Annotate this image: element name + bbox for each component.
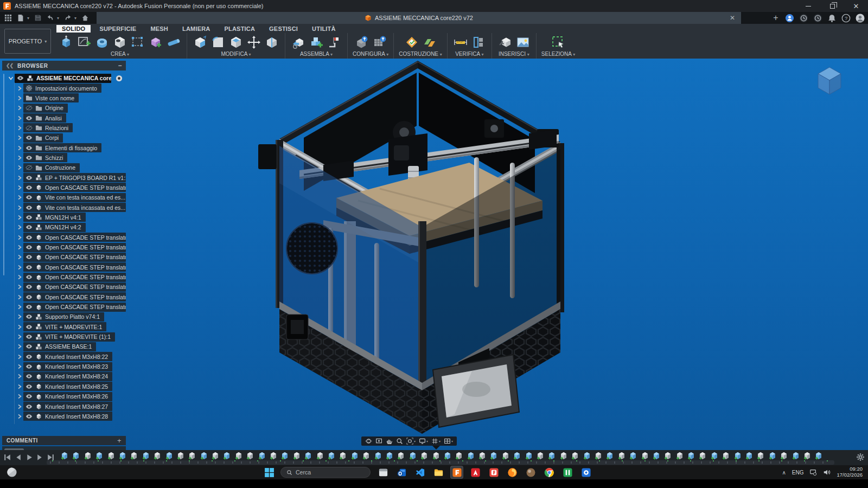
file-menu-icon[interactable]: [17, 14, 24, 22]
group-label[interactable]: CREA ▾: [111, 51, 129, 57]
tool-button[interactable]: [290, 34, 307, 50]
timeline-body-icon[interactable]: [432, 451, 440, 460]
taskbar-app[interactable]: [432, 466, 445, 479]
tree-item[interactable]: Open CASCADE STEP translatc...: [23, 292, 126, 301]
close-button[interactable]: ✕: [844, 0, 868, 12]
tree-item[interactable]: VITE + MADREVITE (1):1: [23, 332, 115, 342]
language-indicator[interactable]: ENG: [792, 470, 804, 476]
taskbar-app[interactable]: [469, 466, 482, 479]
expand-chevron-icon[interactable]: [17, 414, 22, 419]
tree-item[interactable]: MGN12H v4:1: [23, 213, 86, 222]
ribbon-tab[interactable]: SUPERFICIE: [94, 25, 142, 33]
visibility-eye-icon[interactable]: [25, 384, 33, 389]
expand-chevron-icon[interactable]: [17, 294, 22, 300]
taskbar-app[interactable]: [579, 466, 592, 479]
timeline-component-icon[interactable]: [687, 451, 695, 460]
tree-item[interactable]: Open CASCADE STEP translatc...: [23, 183, 126, 192]
timeline-component-icon[interactable]: [386, 451, 393, 460]
tool-button[interactable]: [422, 34, 438, 50]
minimize-panel-icon[interactable]: −: [118, 62, 122, 69]
group-label[interactable]: COSTRUZIONE ▾: [399, 51, 442, 57]
timeline-component-icon[interactable]: [513, 451, 521, 460]
timeline-component-icon[interactable]: [444, 451, 451, 460]
timeline-body-icon[interactable]: [641, 451, 649, 460]
help-icon[interactable]: ?: [841, 14, 851, 23]
undo-icon[interactable]: [47, 14, 54, 22]
taskbar-app[interactable]: [524, 466, 537, 479]
expand-chevron-icon[interactable]: [17, 175, 22, 181]
tree-item[interactable]: Vite con testa incassata ed es...: [23, 203, 126, 212]
expand-chevron-icon[interactable]: [17, 354, 22, 359]
expand-chevron-icon[interactable]: [17, 235, 22, 240]
expand-chevron-icon[interactable]: [17, 384, 22, 389]
tree-item[interactable]: Knurled Insert M3xH8:22: [23, 352, 112, 361]
taskbar-app[interactable]: [561, 466, 574, 479]
view-cube[interactable]: [813, 64, 846, 98]
visibility-eye-icon[interactable]: [25, 135, 33, 140]
expand-chevron-icon[interactable]: [17, 135, 22, 140]
expand-chevron-icon[interactable]: [17, 314, 22, 319]
restore-button[interactable]: [820, 0, 844, 12]
expand-chevron-icon[interactable]: [17, 155, 22, 160]
visibility-eye-icon[interactable]: [25, 284, 33, 290]
timeline-component-icon[interactable]: [328, 451, 335, 460]
timeline-component-icon[interactable]: [351, 451, 359, 460]
timeline-component-icon[interactable]: [258, 451, 266, 460]
tool-button[interactable]: [94, 34, 110, 50]
tool-button[interactable]: [130, 34, 146, 50]
timeline-component-icon[interactable]: [629, 451, 637, 460]
tool-button[interactable]: [470, 34, 487, 50]
timeline-body-icon[interactable]: [757, 451, 764, 460]
tree-item[interactable]: Schizzi: [23, 153, 67, 162]
timeline-body-icon[interactable]: [537, 451, 544, 460]
timeline-component-icon[interactable]: [200, 451, 208, 460]
timeline-body-icon[interactable]: [177, 451, 184, 460]
group-label[interactable]: SELEZIONA ▾: [541, 51, 575, 57]
visibility-eye-icon[interactable]: [25, 215, 33, 220]
minimize-button[interactable]: [796, 0, 820, 12]
clock[interactable]: 09:20 17/02/2026: [837, 466, 863, 478]
expand-chevron-icon[interactable]: [17, 374, 22, 379]
expand-chevron-icon[interactable]: [17, 265, 22, 270]
timeline-component-icon[interactable]: [304, 451, 312, 460]
tray-overflow-icon[interactable]: ∧: [782, 470, 786, 476]
group-label[interactable]: ASSEMBLA ▾: [300, 51, 333, 57]
ribbon-tab[interactable]: SOLIDO: [56, 25, 91, 33]
timeline-body-icon[interactable]: [84, 451, 92, 460]
step-back-icon[interactable]: [14, 453, 22, 461]
tree-item[interactable]: Knurled Insert M3xH8:25: [23, 382, 112, 391]
timeline-component-icon[interactable]: [525, 451, 533, 460]
timeline-body-icon[interactable]: [455, 451, 463, 460]
tool-button[interactable]: [515, 34, 531, 50]
expand-chevron-icon[interactable]: [17, 245, 22, 250]
tool-button[interactable]: [404, 34, 420, 50]
visibility-eye-icon[interactable]: [25, 265, 33, 270]
timeline-body-icon[interactable]: [571, 451, 579, 460]
tool-button[interactable]: [372, 34, 388, 50]
expand-chevron-icon[interactable]: [17, 394, 22, 399]
visibility-eye-icon[interactable]: [25, 414, 33, 419]
taskbar-app[interactable]: [506, 466, 519, 479]
timeline-component-icon[interactable]: [606, 451, 614, 460]
tree-item[interactable]: Impostazioni documento: [23, 84, 101, 93]
comments-bar[interactable]: COMMENTI +: [2, 436, 126, 445]
tree-item[interactable]: Supporto Piatto v74:1: [23, 312, 104, 322]
visibility-eye-icon[interactable]: [25, 254, 33, 260]
tool-button[interactable]: [550, 34, 566, 50]
visibility-eye-icon[interactable]: [25, 364, 33, 369]
home-icon[interactable]: [81, 14, 89, 22]
expand-chevron-icon[interactable]: [17, 185, 22, 190]
visibility-eye-icon[interactable]: [25, 195, 33, 200]
visibility-eye-icon[interactable]: [25, 344, 33, 349]
tree-item[interactable]: ASSIEME MECCANICA core2...: [15, 74, 111, 83]
job-status-icon[interactable]: [813, 14, 822, 23]
expand-chevron-icon[interactable]: [17, 324, 22, 330]
tree-item[interactable]: Elementi di fissaggio: [23, 143, 101, 152]
group-label[interactable]: MODIFICA ▾: [221, 51, 251, 57]
tree-item[interactable]: Origine: [23, 104, 68, 113]
presence-icon[interactable]: [785, 14, 794, 23]
add-comment-icon[interactable]: +: [117, 436, 122, 445]
nav-tool-button[interactable]: ▾: [386, 438, 393, 445]
save-icon[interactable]: [34, 14, 42, 22]
tool-button[interactable]: [308, 34, 324, 50]
